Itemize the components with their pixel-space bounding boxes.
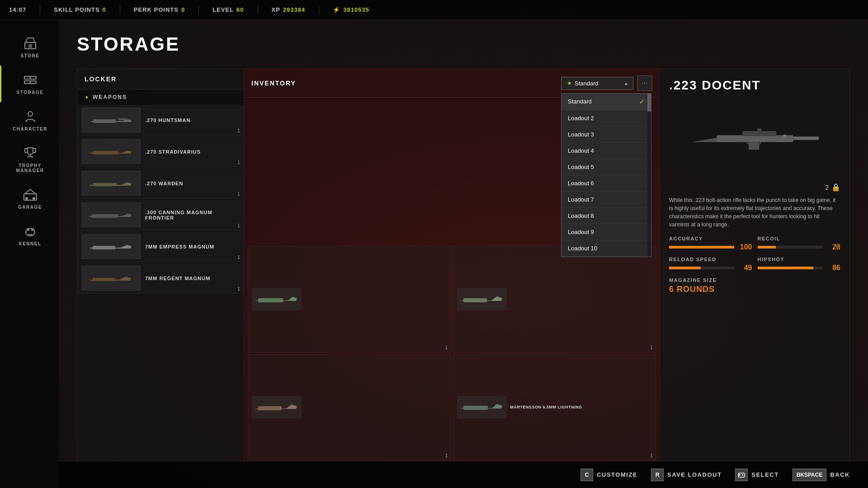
- ammo-count: 2 🔒: [669, 183, 840, 192]
- magazine-label: MAGAZINE SIZE: [669, 277, 840, 283]
- save-loadout-key-badge: R: [651, 469, 664, 481]
- page-title: STORAGE: [77, 33, 850, 55]
- trophy-icon: [23, 146, 38, 160]
- inventory-header: INVENTORY ★ Standard ▲ Standard ✓: [244, 69, 660, 98]
- locker-weapon-name: .270 WARDEN: [145, 181, 183, 186]
- hipshot-bar-row: 86: [758, 264, 841, 272]
- inventory-item[interactable]: 1: [248, 246, 451, 352]
- locker-weapon-item[interactable]: .300 CANNING MAGNUM FRONTIER 1: [77, 200, 244, 230]
- locker-weapon-item[interactable]: .270 STRADIVARIUS 1: [77, 136, 244, 167]
- locker-weapon-item[interactable]: .270 HUNTSMAN 1: [77, 105, 244, 136]
- locker-header: LOCKER: [77, 69, 244, 89]
- loadout-selector: ★ Standard ▲ Standard ✓ Loadout 2: [561, 75, 652, 91]
- loadout-option-3[interactable]: Loadout 3: [561, 127, 651, 143]
- loadout-option-10[interactable]: Loadout 10: [561, 240, 651, 257]
- weapons-section-header[interactable]: ▼ WEAPONS: [77, 89, 244, 105]
- loadout-option-standard[interactable]: Standard ✓: [561, 94, 651, 110]
- sidebar-storage-label: STORAGE: [17, 90, 44, 95]
- recoil-value: 28: [827, 243, 840, 251]
- back-key-badge: BKSPACE: [793, 469, 827, 481]
- sidebar-item-character[interactable]: CHARACTER: [0, 102, 59, 139]
- select-action[interactable]: SELECT: [735, 469, 778, 481]
- bottom-bar: C CUSTOMIZE R SAVE LOADOUT SELECT BKSPAC…: [59, 461, 868, 488]
- weapon-detail-title: .223 DOCENT: [669, 78, 840, 93]
- select-key-badge: [735, 469, 748, 481]
- hud-level: LEVEL 60: [212, 6, 244, 13]
- svg-rect-25: [463, 406, 488, 410]
- customize-label: CUSTOMIZE: [597, 471, 637, 478]
- save-loadout-action[interactable]: R SAVE LOADOUT: [651, 469, 722, 481]
- loadout-option-8[interactable]: Loadout 8: [561, 208, 651, 224]
- loadout-star-icon: ★: [567, 80, 572, 86]
- svg-rect-31: [748, 142, 759, 150]
- loadout-option-4[interactable]: Loadout 4: [561, 143, 651, 159]
- loadout-option-6[interactable]: Loadout 6: [561, 175, 651, 192]
- svg-point-33: [742, 474, 744, 475]
- svg-rect-17: [93, 151, 118, 155]
- loadout-option-label: Loadout 9: [568, 229, 594, 235]
- weapon-image: [82, 139, 141, 164]
- dropdown-scrollbar[interactable]: [647, 94, 651, 257]
- weapon-detail-preview: [669, 97, 840, 178]
- svg-rect-29: [757, 128, 761, 132]
- inventory-item-count: 1: [650, 453, 653, 458]
- weapon-detail-panel: .223 DOCENT: [660, 69, 850, 465]
- loadout-option-7[interactable]: Loadout 7: [561, 192, 651, 208]
- svg-rect-26: [717, 135, 793, 142]
- loadout-dropdown-button[interactable]: ★ Standard ▲: [561, 77, 633, 90]
- inventory-item-count: 1: [650, 345, 653, 350]
- sidebar: STORE STORAGE CHARACTER TROPHY MANAGER G…: [0, 20, 59, 488]
- inventory-title: INVENTORY: [251, 80, 296, 87]
- locker-weapon-item[interactable]: 7MM EMPRESS MAGNUM 1: [77, 231, 244, 262]
- back-action[interactable]: BKSPACE BACK: [793, 469, 850, 481]
- character-icon: [23, 109, 38, 124]
- svg-rect-20: [93, 246, 115, 249]
- loadout-option-label: Loadout 3: [568, 131, 594, 138]
- locker-weapon-name: 7MM REGENT MAGNUM: [145, 276, 210, 281]
- chevron-up-icon: ▲: [624, 81, 628, 86]
- weapon-image: [82, 266, 141, 291]
- svg-point-10: [26, 197, 28, 199]
- recoil-bar: [758, 246, 823, 249]
- locker-weapon-item[interactable]: 7MM REGENT MAGNUM 1: [77, 263, 244, 294]
- inventory-item[interactable]: MÄRTENSSON 6.5MM LIGHTNING 1: [453, 354, 656, 461]
- loadout-option-5[interactable]: Loadout 5: [561, 159, 651, 175]
- stat-magazine: MAGAZINE SIZE 6 ROUNDS: [669, 277, 840, 294]
- sidebar-item-trophy[interactable]: TROPHY MANAGER: [0, 139, 59, 180]
- locker-weapon-count: 1: [237, 223, 240, 228]
- weapon-image: [82, 202, 141, 227]
- inventory-item[interactable]: 1: [248, 354, 451, 461]
- customize-action[interactable]: C CUSTOMIZE: [580, 469, 637, 481]
- svg-rect-18: [93, 183, 117, 186]
- locker-weapon-count: 1: [237, 286, 240, 291]
- sidebar-item-storage[interactable]: STORAGE: [0, 66, 59, 102]
- loadout-options-button[interactable]: ···: [637, 75, 652, 91]
- inventory-item[interactable]: 1: [453, 246, 656, 352]
- sidebar-item-garage[interactable]: GARAGE: [0, 180, 59, 217]
- locker-weapon-item[interactable]: .270 WARDEN 1: [77, 168, 244, 199]
- hud-skill-points: SKILL POINTS 0: [54, 6, 106, 13]
- svg-rect-1: [28, 44, 32, 48]
- hud-xp: XP 293384: [272, 6, 306, 13]
- weapon-image: [82, 171, 141, 196]
- customize-key-badge: C: [580, 469, 593, 481]
- loadout-dropdown: ★ Standard ▲ Standard ✓ Loadout 2: [561, 77, 633, 90]
- loadout-option-2[interactable]: Loadout 2: [561, 110, 651, 127]
- save-loadout-label: SAVE LOADOUT: [667, 471, 722, 478]
- svg-point-30: [783, 134, 787, 138]
- locker-weapon-count: 1: [237, 191, 240, 197]
- svg-point-6: [28, 112, 33, 116]
- svg-rect-24: [258, 406, 282, 410]
- ammo-value: 2: [825, 184, 829, 191]
- reload-speed-value: 49: [739, 264, 752, 272]
- svg-rect-16: [118, 118, 127, 120]
- sidebar-item-store[interactable]: STORE: [0, 29, 59, 66]
- sidebar-character-label: CHARACTER: [13, 127, 47, 131]
- inventory-grid: 1 1 1 MÄRTE: [244, 242, 660, 464]
- inventory-item-name: MÄRTENSSON 6.5MM LIGHTNING: [507, 405, 582, 409]
- hipshot-bar: [758, 267, 823, 269]
- loadout-option-label: Loadout 6: [568, 180, 594, 187]
- sidebar-item-kennel[interactable]: KENNEL: [0, 217, 59, 253]
- loadout-option-9[interactable]: Loadout 9: [561, 224, 651, 240]
- weapon-detail-image: [683, 111, 827, 165]
